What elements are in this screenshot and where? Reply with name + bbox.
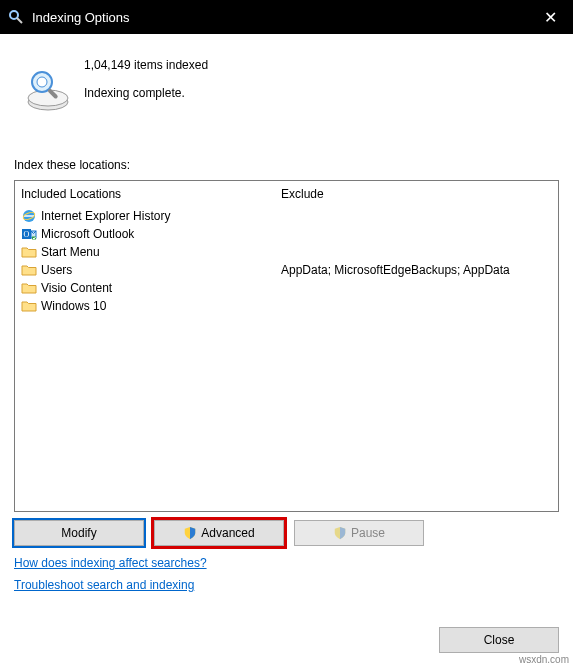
svg-line-1: [17, 18, 22, 23]
location-row[interactable]: Start Menu: [21, 243, 269, 261]
advanced-button-label: Advanced: [201, 526, 254, 540]
location-name: Users: [41, 261, 72, 279]
location-row[interactable]: Windows 10: [21, 297, 269, 315]
search-drive-icon: [24, 66, 72, 114]
help-link[interactable]: How does indexing affect searches?: [14, 556, 207, 570]
ie-icon: [21, 208, 37, 224]
location-name: Start Menu: [41, 243, 100, 261]
exclude-value: [281, 279, 552, 297]
shield-icon: [333, 526, 347, 540]
location-row[interactable]: Internet Explorer History: [21, 207, 269, 225]
svg-point-3: [28, 90, 68, 106]
pause-button: Pause: [294, 520, 424, 546]
svg-point-5: [37, 77, 47, 87]
window-close-button[interactable]: ✕: [527, 0, 573, 34]
advanced-button[interactable]: Advanced: [154, 520, 284, 546]
exclude-value: [281, 243, 552, 261]
svg-point-0: [10, 11, 18, 19]
folder-icon: [21, 280, 37, 296]
folder-icon: [21, 262, 37, 278]
col-header-included: Included Locations: [21, 185, 269, 207]
exclude-value: AppData; MicrosoftEdgeBackups; AppData: [281, 261, 552, 279]
location-name: Internet Explorer History: [41, 207, 170, 225]
close-button-label: Close: [484, 633, 515, 647]
locations-listbox[interactable]: Included Locations Internet Explorer His…: [14, 180, 559, 512]
location-row[interactable]: Users: [21, 261, 269, 279]
col-header-exclude: Exclude: [281, 185, 552, 207]
location-row[interactable]: Visio Content: [21, 279, 269, 297]
exclude-value: [281, 225, 552, 243]
modify-button-label: Modify: [61, 526, 96, 540]
folder-icon: [21, 244, 37, 260]
titlebar: Indexing Options ✕: [0, 0, 573, 34]
outlook-icon: O: [21, 226, 37, 242]
exclude-value: [281, 297, 552, 315]
shield-icon: [183, 526, 197, 540]
window-title: Indexing Options: [32, 10, 130, 25]
app-icon: [8, 9, 24, 25]
close-button[interactable]: Close: [439, 627, 559, 653]
troubleshoot-link[interactable]: Troubleshoot search and indexing: [14, 578, 194, 592]
location-name: Microsoft Outlook: [41, 225, 134, 243]
folder-icon: [21, 298, 37, 314]
watermark: wsxdn.com: [519, 654, 569, 665]
modify-button[interactable]: Modify: [14, 520, 144, 546]
location-row[interactable]: OMicrosoft Outlook: [21, 225, 269, 243]
index-progress: Indexing complete.: [84, 86, 208, 100]
location-name: Visio Content: [41, 279, 112, 297]
exclude-value: [281, 207, 552, 225]
index-count: 1,04,149 items indexed: [84, 58, 208, 72]
svg-text:O: O: [24, 230, 30, 239]
location-name: Windows 10: [41, 297, 106, 315]
section-label: Index these locations:: [14, 158, 559, 172]
pause-button-label: Pause: [351, 526, 385, 540]
